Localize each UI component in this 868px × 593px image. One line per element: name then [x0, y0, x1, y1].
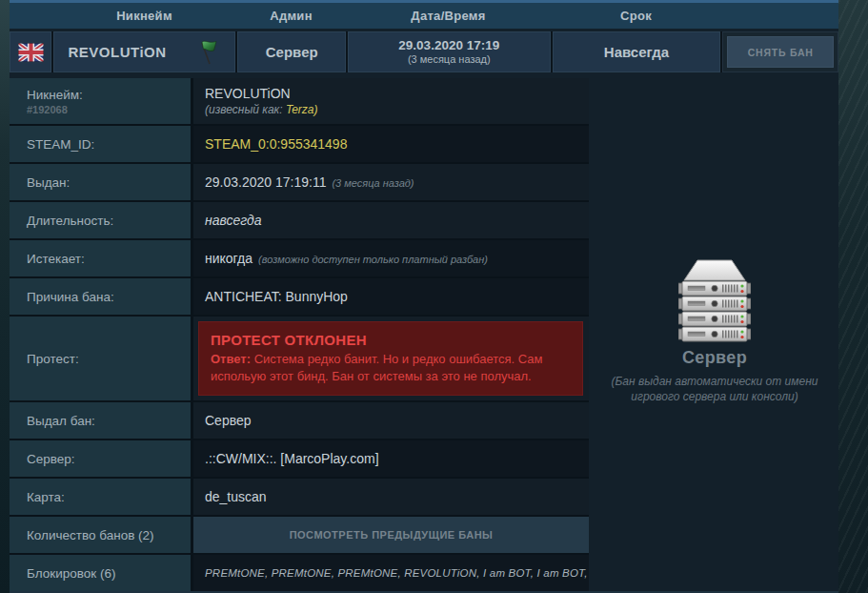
admin-type-note: (Бан выдан автоматически от имени игрово… — [604, 374, 825, 404]
label-text: Карта: — [27, 490, 191, 504]
row-value: Сервер — [193, 402, 589, 439]
row-label: Протест: — [10, 317, 191, 400]
server-rack-icon — [678, 256, 751, 345]
table-row: Длительность: навсегда — [10, 202, 589, 238]
row-label: Карта: — [10, 479, 191, 515]
expires-text: никогда — [205, 251, 252, 266]
server-name-value: .::CW/MIX::. [MarcoPlay.com] — [205, 451, 589, 466]
protest-status: ПРОТЕСТ ОТКЛОНЕН — [211, 332, 571, 348]
row-value: de_tuscan — [193, 479, 589, 515]
row-value: PREMtONE, PREMtONE, PREMtONE, REVOLUTiON… — [193, 555, 589, 591]
row-value: ANTICHEAT: BunnyHop — [193, 278, 589, 315]
table-row: Блокировок (6) PREMtONE, PREMtONE, PREMt… — [10, 555, 589, 591]
label-text: Выдал бан: — [27, 414, 191, 428]
table-row: Сервер: .::CW/MIX::. [MarcoPlay.com] — [10, 440, 589, 477]
protest-rejected-box: ПРОТЕСТ ОТКЛОНЕН Ответ: Система редко ба… — [198, 321, 583, 396]
background-right-strip — [838, 0, 868, 593]
label-text: Длительность: — [27, 214, 191, 228]
table-row: Выдал бан: Сервер — [10, 402, 589, 439]
table-row: Карта: de_tuscan — [10, 479, 589, 515]
admin-type-title: Сервер — [591, 348, 838, 368]
ban-panel: Никнейм Админ Дата/Время Срок REVOLUTiON — [10, 0, 838, 593]
background-left-strip — [0, 0, 10, 593]
duration-value: навсегда — [205, 213, 589, 228]
unban-button[interactable]: СНЯТЬ БАН — [727, 36, 834, 68]
label-text: STEAM_ID: — [27, 137, 191, 152]
ban-nickname: REVOLUTiON — [68, 44, 166, 60]
row-label: STEAM_ID: — [10, 126, 191, 162]
ban-datetime-cell: 29.03.2020 17:19 (3 месяца назад) — [348, 31, 550, 72]
known-as-prefix: (извесный как: — [205, 103, 286, 116]
row-label: Истекает: — [10, 240, 191, 276]
row-label: Количество банов (2) — [10, 517, 191, 553]
row-label: Сервер: — [10, 440, 191, 477]
column-header-datetime: Дата/Время — [346, 3, 551, 29]
issued-date: 29.03.2020 17:19:11 — [205, 174, 326, 190]
ban-date-ago: (3 месяца назад) — [408, 53, 491, 66]
row-value: REVOLUTiON (извесный как: Terza) — [193, 78, 589, 124]
row-label: Никнейм: #192068 — [10, 78, 191, 124]
ban-details-page: Никнейм Админ Дата/Время Срок REVOLUTiON — [0, 0, 868, 593]
blocks-list: PREMtONE, PREMtONE, PREMtONE, REVOLUTiON… — [205, 567, 589, 579]
issued-by-value: Сервер — [205, 413, 589, 428]
ban-details-table: Никнейм: #192068 REVOLUTiON (извесный ка… — [10, 78, 589, 591]
row-value: никогда(возможно доступен только платный… — [193, 240, 589, 276]
row-value: навсегда — [193, 202, 589, 238]
header-spacer — [721, 3, 838, 29]
table-row: Никнейм: #192068 REVOLUTiON (извесный ка… — [10, 78, 589, 124]
row-value: ПОСМОТРЕТЬ ПРЕДЫДУЩИЕ БАНЫ — [193, 517, 589, 553]
summary-header-row: Никнейм Админ Дата/Время Срок — [10, 3, 838, 29]
label-text: Никнейм: — [27, 88, 191, 102]
green-flag-icon — [196, 39, 221, 66]
row-label: Выдал бан: — [10, 402, 191, 439]
label-text: Протест: — [27, 352, 191, 366]
header-spacer — [10, 3, 52, 29]
nickname-value: REVOLUTiON — [205, 86, 589, 101]
ban-reason-value: ANTICHEAT: BunnyHop — [205, 289, 589, 304]
steam-id-link[interactable]: STEAM_0:0:955341498 — [205, 136, 589, 152]
table-row: Количество банов (2) ПОСМОТРЕТЬ ПРЕДЫДУЩ… — [10, 517, 589, 553]
column-header-admin: Админ — [236, 3, 346, 29]
column-header-nickname: Никнейм — [52, 3, 236, 29]
label-text: Выдан: — [27, 175, 191, 190]
row-label: Блокировок (6) — [10, 555, 191, 591]
ban-summary-row: REVOLUTiON Сервер 29.03.2020 17:19 (3 ме… — [10, 31, 838, 72]
issued-ago-note: (3 месяца назад) — [332, 177, 414, 189]
label-text: Количество банов (2) — [27, 528, 191, 542]
row-value: .::CW/MIX::. [MarcoPlay.com] — [193, 440, 589, 477]
ban-admin-cell: Сервер — [237, 31, 346, 72]
protest-answer-text: Система редко банит. Но и редко ошибаетс… — [211, 352, 543, 383]
country-flag-cell — [10, 31, 51, 72]
column-header-term: Срок — [551, 3, 721, 29]
ban-nickname-cell: REVOLUTiON — [53, 31, 235, 72]
expires-value: никогда(возможно доступен только платный… — [205, 251, 589, 266]
uk-flag-icon — [18, 43, 44, 62]
known-as: (извесный как: Terza) — [205, 103, 589, 116]
table-row: Выдан: 29.03.2020 17:19:11(3 месяца наза… — [10, 164, 589, 200]
ban-term-cell: Навсегда — [553, 31, 721, 72]
label-text: Блокировок (6) — [27, 566, 191, 581]
admin-info-panel: Сервер (Бан выдан автоматически от имени… — [591, 78, 838, 591]
expires-note: (возможно доступен только платный разбан… — [258, 254, 488, 265]
protest-answer: Ответ: Система редко банит. Но и редко о… — [211, 351, 571, 384]
previous-bans-button[interactable]: ПОСМОТРЕТЬ ПРЕДЫДУЩИЕ БАНЫ — [193, 517, 589, 553]
table-row: Истекает: никогда(возможно доступен толь… — [10, 240, 589, 276]
row-label: Выдан: — [10, 164, 191, 200]
label-text: Причина бана: — [27, 290, 191, 304]
label-text: Истекает: — [27, 252, 191, 266]
user-id: #192068 — [27, 104, 191, 115]
table-row: Протест: ПРОТЕСТ ОТКЛОНЕН Ответ: Система… — [10, 317, 589, 400]
map-value: de_tuscan — [205, 489, 589, 504]
ban-date: 29.03.2020 17:19 — [398, 38, 499, 53]
label-text: Сервер: — [27, 452, 191, 466]
known-as-name[interactable]: Terza) — [286, 103, 318, 116]
row-label: Причина бана: — [10, 278, 191, 315]
row-label: Длительность: — [10, 202, 191, 238]
table-row: Причина бана: ANTICHEAT: BunnyHop — [10, 278, 589, 315]
table-row: STEAM_ID: STEAM_0:0:955341498 — [10, 126, 589, 162]
row-value: 29.03.2020 17:19:11(3 месяца назад) — [193, 164, 589, 200]
protest-answer-label: Ответ: — [211, 352, 251, 366]
row-value: ПРОТЕСТ ОТКЛОНЕН Ответ: Система редко ба… — [193, 317, 589, 400]
unban-cell: СНЯТЬ БАН — [722, 31, 838, 72]
issued-value: 29.03.2020 17:19:11(3 месяца назад) — [205, 174, 589, 190]
